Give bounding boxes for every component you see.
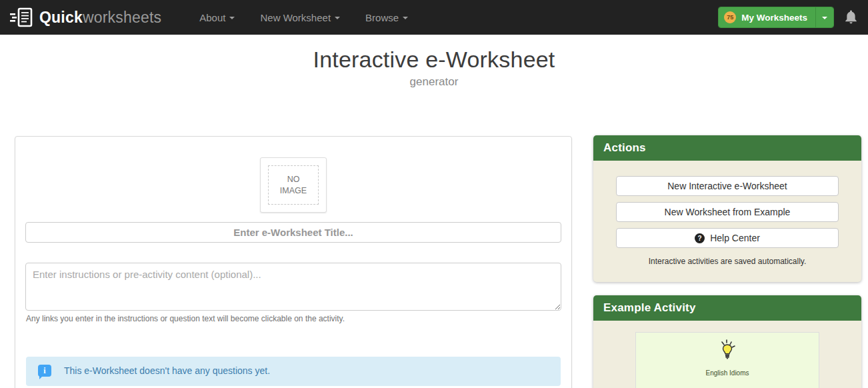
page-heading: Interactive e-Worksheet generator xyxy=(0,47,868,89)
nav-item-new-worksheet[interactable]: New Worksheet xyxy=(250,2,350,33)
nav-item-about[interactable]: About xyxy=(189,2,245,33)
page-subtitle: generator xyxy=(0,75,868,89)
actions-panel-body: New Interactive e-Worksheet New Workshee… xyxy=(593,161,861,282)
worksheet-count-badge: 75 xyxy=(724,11,736,23)
my-worksheets-label: My Worksheets xyxy=(741,13,807,23)
autosave-note: Interactive activities are saved automat… xyxy=(616,257,839,266)
help-center-label: Help Center xyxy=(710,233,760,243)
new-worksheet-from-example-label: New Worksheet from Example xyxy=(665,207,791,217)
example-activity-panel: Example Activity English Idioms xyxy=(593,295,861,388)
nav-item-new-worksheet-label: New Worksheet xyxy=(260,12,331,23)
help-center-button[interactable]: ? Help Center xyxy=(616,228,839,248)
worksheet-editor-card: NO IMAGE Any links you enter in the inst… xyxy=(15,136,572,388)
chevron-down-icon xyxy=(229,17,235,19)
brand-text: Quickworksheets xyxy=(39,9,161,27)
example-activity-card[interactable]: English Idioms xyxy=(635,332,819,388)
chevron-down-icon xyxy=(403,17,408,19)
notification-bell-icon[interactable] xyxy=(843,9,859,26)
no-questions-alert: i This e-Worksheet doesn't have any ques… xyxy=(26,357,561,386)
nav-item-about-label: About xyxy=(199,12,225,23)
main-nav: About New Worksheet Browse xyxy=(189,2,418,33)
actions-panel: Actions New Interactive e-Worksheet New … xyxy=(593,135,861,282)
no-image-label: NO IMAGE xyxy=(268,165,319,205)
sidebar-column: Actions New Interactive e-Worksheet New … xyxy=(593,135,861,388)
actions-panel-title: Actions xyxy=(593,135,861,161)
example-activity-panel-title: Example Activity xyxy=(593,295,861,321)
no-questions-alert-text: This e-Worksheet doesn't have any questi… xyxy=(64,365,270,376)
example-activity-panel-body: English Idioms xyxy=(593,321,861,388)
navbar-right: 75 My Worksheets xyxy=(718,7,859,28)
my-worksheets-dropdown-toggle[interactable] xyxy=(815,7,833,27)
brand-link[interactable]: Quickworksheets xyxy=(10,7,161,27)
lightbulb-icon xyxy=(713,355,742,367)
example-activity-label: English Idioms xyxy=(636,369,819,377)
quickworksheets-logo-icon xyxy=(10,7,34,27)
top-navbar: Quickworksheets About New Worksheet Brow… xyxy=(0,0,868,35)
image-placeholder[interactable]: NO IMAGE xyxy=(260,157,327,213)
nav-item-browse[interactable]: Browse xyxy=(355,2,418,33)
worksheet-title-input[interactable] xyxy=(25,222,561,243)
new-interactive-eworksheet-button[interactable]: New Interactive e-Worksheet xyxy=(616,176,839,196)
new-interactive-eworksheet-label: New Interactive e-Worksheet xyxy=(667,181,787,191)
chevron-down-icon xyxy=(822,17,827,19)
instructions-textarea[interactable] xyxy=(25,263,561,311)
instructions-helper-text: Any links you enter in the instructions … xyxy=(26,314,561,323)
chevron-down-icon xyxy=(335,17,340,19)
question-circle-icon: ? xyxy=(695,233,705,243)
new-worksheet-from-example-button[interactable]: New Worksheet from Example xyxy=(616,202,839,222)
nav-item-browse-label: Browse xyxy=(365,12,399,23)
my-worksheets-split-button: 75 My Worksheets xyxy=(718,7,834,28)
my-worksheets-button[interactable]: 75 My Worksheets xyxy=(719,7,815,27)
info-icon: i xyxy=(38,365,51,377)
page-title: Interactive e-Worksheet xyxy=(0,47,868,73)
